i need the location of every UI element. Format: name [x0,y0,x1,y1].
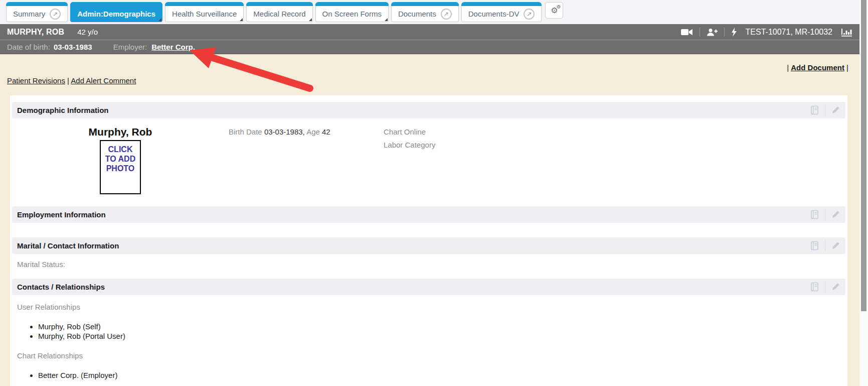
user-relationships-list: Murphy, Rob (Self) Murphy, Rob (Portal U… [12,322,845,341]
chart-online-label: Chart Online [384,126,845,138]
lightning-bolt-icon[interactable] [731,28,737,37]
tab-accent-strip [461,2,542,6]
section-title: Employment Information [17,210,106,219]
list-item: Murphy, Rob (Portal User) [38,332,845,341]
chart-relationships-label: Chart Relationships [12,352,845,359]
tab-documents[interactable]: Documents ↗ [391,2,459,22]
edit-pencil-icon[interactable] [831,282,840,292]
toolbar-divider [724,28,725,37]
main-content: | Add Document | Patient Revisions | Add… [0,54,859,386]
patient-revisions-link[interactable]: Patient Revisions [7,76,65,85]
list-item: Murphy, Rob (Self) [38,322,845,332]
tab-dropdown-corner-icon[interactable] [309,18,312,21]
journal-icon[interactable] [810,105,819,115]
tab-dropdown-corner-icon[interactable] [158,18,161,21]
video-camera-icon[interactable] [681,28,693,36]
edit-pencil-icon[interactable] [831,105,840,115]
tab-accent-strip [315,2,389,6]
chart-relationships-list: Better Corp. (Employer) [12,371,845,380]
settings-button[interactable]: ⚙⚙ [545,2,563,19]
employer-label: Employer: [113,43,147,51]
add-alert-comment-link[interactable]: Add Alert Comment [71,76,136,85]
patient-header-bar: MURPHY, ROB 42 y/o TEST-10071, MR-10032 [0,24,859,40]
external-link-icon[interactable]: ↗ [50,9,61,20]
patient-age: 42 y/o [77,28,98,36]
age-label: Age [306,127,320,136]
section-title: Marital / Contact Information [17,241,119,250]
tab-label: Admin:Demographics [77,10,155,18]
tab-health-surveillance[interactable]: Health Surveillance [165,2,244,22]
list-item: Better Corp. (Employer) [38,371,845,380]
patient-name: MURPHY, ROB [7,28,64,37]
tab-accent-strip [6,2,68,6]
scrollbar-thumb[interactable] [861,0,866,311]
age-value: 42 [322,127,330,136]
tab-label: Health Surveillance [172,10,237,18]
tab-dropdown-corner-icon[interactable] [240,18,243,21]
add-document-row: | Add Document | [0,63,859,72]
tab-admin-demographics[interactable]: Admin:Demographics [70,2,162,22]
icon-divider [825,240,825,252]
gears-icon: ⚙⚙ [551,7,558,15]
journal-icon[interactable] [810,210,819,219]
toolbar-divider [700,28,700,37]
marital-status-label: Marital Status: [12,261,845,268]
add-person-icon[interactable] [707,28,718,36]
demographics-card: Demographic Information Murphy, Rob CLIC… [10,95,847,386]
employer-link[interactable]: Better Corp. [151,43,195,51]
tab-accent-strip [391,2,459,6]
tab-on-screen-forms[interactable]: On Screen Forms [315,2,389,22]
journal-icon[interactable] [810,241,819,250]
section-header-demographic: Demographic Information [12,102,845,118]
patient-display-name: Murphy, Rob [89,126,152,138]
section-title: Demographic Information [17,106,109,114]
tab-label: Documents-DV [468,10,519,18]
edit-pencil-icon[interactable] [831,210,840,219]
journal-icon[interactable] [810,282,819,292]
external-link-icon[interactable]: ↗ [441,9,452,20]
add-photo-placeholder[interactable]: CLICK TO ADD PHOTO [100,140,141,194]
icon-divider [825,104,825,116]
icon-divider [825,209,825,221]
patient-ids: TEST-10071, MR-10032 [746,28,832,37]
external-link-icon[interactable]: ↗ [524,9,535,20]
tab-documents-dv[interactable]: Documents-DV ↗ [461,2,542,22]
vertical-scrollbar [859,0,868,386]
birth-date-line: Birth Date 03-03-1983, Age 42 [229,126,384,194]
labor-category-label: Labor Category [384,140,845,151]
birth-date-label: Birth Date [229,127,262,136]
dob-value: 03-03-1983 [54,43,92,51]
tab-accent-strip [246,2,312,6]
patient-subheader-bar: Date of birth: 03-03-1983 Employer: Bett… [0,40,859,54]
chart-stats-icon[interactable] [841,28,852,37]
patient-links-row: Patient Revisions | Add Alert Comment [0,76,859,85]
birth-date-value: 03-03-1983, [264,127,305,136]
tab-accent-strip [165,2,244,6]
tab-medical-record[interactable]: Medical Record [246,2,312,22]
chart-status-column: Chart Online Labor Category [384,126,845,194]
section-title: Contacts / Relationships [17,283,105,291]
tab-dropdown-corner-icon[interactable] [385,18,388,21]
app-window: Summary ↗ Admin:Demographics Health Surv… [0,0,859,386]
add-document-link[interactable]: Add Document [791,63,844,72]
tab-summary[interactable]: Summary ↗ [6,2,68,22]
section-header-employment: Employment Information [12,206,845,223]
user-relationships-label: User Relationships [12,303,845,311]
tab-accent-strip [70,2,162,6]
edit-pencil-icon[interactable] [831,241,840,250]
tab-bar: Summary ↗ Admin:Demographics Health Surv… [0,0,859,24]
demographic-info-row: Murphy, Rob CLICK TO ADD PHOTO Birth Dat… [12,126,845,194]
tab-label: Documents [398,10,436,18]
tab-label: On Screen Forms [322,10,382,18]
tab-label: Summary [13,10,45,18]
dob-label: Date of birth: [7,43,50,51]
section-header-contacts: Contacts / Relationships [12,279,845,295]
tab-label: Medical Record [253,10,305,18]
section-header-marital: Marital / Contact Information [12,237,845,254]
icon-divider [825,281,825,293]
